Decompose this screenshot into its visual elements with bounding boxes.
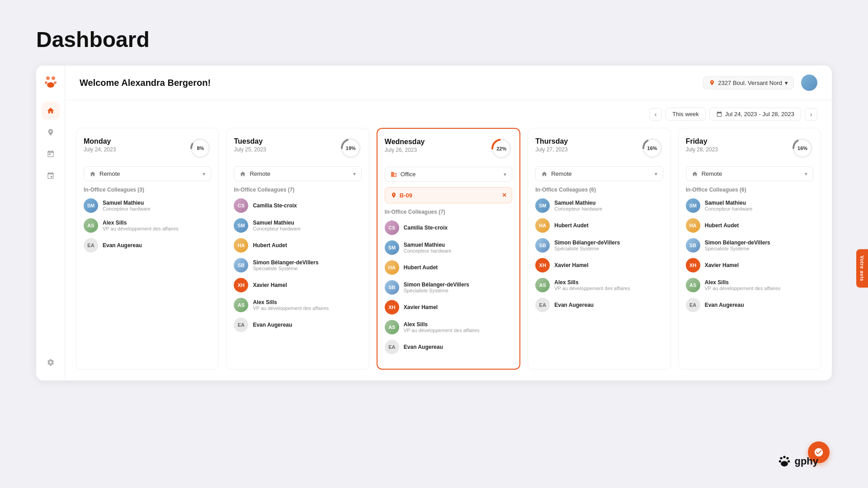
- colleague-item: EA Evan Augereau: [234, 318, 361, 332]
- sidebar-item-location[interactable]: [42, 123, 60, 141]
- day-date: July 25, 2023: [234, 146, 266, 153]
- votre-avis-badge[interactable]: Votre avis: [856, 249, 868, 288]
- colleague-item: HA Hubert Audet: [234, 238, 361, 253]
- colleague-item: HA Hubert Audet: [535, 218, 663, 233]
- svg-point-3: [54, 81, 57, 84]
- colleague-name: Camilia Ste-croix: [253, 202, 361, 209]
- colleague-name: Evan Augereau: [404, 344, 512, 350]
- colleague-role: Spécialiste Système: [554, 246, 663, 251]
- colleague-avatar: EA: [686, 298, 700, 312]
- location-badge[interactable]: 2327 Boul. Versant Nord ▾: [703, 76, 794, 89]
- colleague-name: Evan Augereau: [103, 242, 211, 249]
- colleague-name: Simon Bélanger-deVillers: [705, 239, 813, 246]
- colleague-name: Xavier Hamel: [554, 262, 663, 268]
- colleague-info: Simon Bélanger-deVillers Spécialiste Sys…: [404, 282, 512, 293]
- colleague-role: Spécialiste Système: [705, 246, 813, 251]
- colleague-role: VP au développement des affaires: [554, 286, 663, 291]
- location-selector[interactable]: Remote ▾: [535, 166, 663, 181]
- colleague-item: XH Xavier Hamel: [686, 258, 813, 272]
- colleagues-title: In-Office Colleagues (7): [385, 209, 512, 215]
- sidebar-item-calendar2[interactable]: [42, 167, 60, 185]
- day-header: Wednesday July 26, 2023 22%: [385, 138, 512, 160]
- day-header: Friday July 28, 2023 16%: [686, 137, 813, 159]
- colleagues-list: CS Camilia Ste-croix SM Samuel Mathieu C…: [385, 221, 512, 354]
- colleague-item: AS Alex Sills VP au développement des af…: [686, 278, 813, 292]
- colleague-info: Hubert Audet: [404, 264, 512, 271]
- colleague-avatar: EA: [84, 238, 98, 253]
- colleague-name: Alex Sills: [705, 279, 813, 286]
- location-select-inner: Office: [391, 171, 416, 178]
- colleague-role: Concepteur hardware: [554, 206, 663, 211]
- day-info: Monday July 24, 2023: [84, 137, 116, 153]
- location-selector[interactable]: Remote ▾: [84, 166, 211, 181]
- gphy-branding: gphy: [778, 455, 818, 468]
- chevron-down-icon: ▾: [805, 171, 807, 177]
- svg-point-15: [780, 457, 783, 459]
- colleague-avatar: XH: [234, 278, 248, 292]
- colleagues-list: SM Samuel Mathieu Concepteur hardware AS…: [84, 198, 211, 253]
- colleague-role: Spécialiste Système: [404, 288, 512, 293]
- location-label: Office: [401, 171, 416, 178]
- day-progress-circle: 19%: [340, 137, 362, 159]
- location-pin-icon: [709, 80, 715, 86]
- location-text: 2327 Boul. Versant Nord: [718, 80, 782, 86]
- welcome-message: Welcome Alexandra Bergeron!: [80, 78, 211, 88]
- colleague-item: AS Alex Sills VP au développement des af…: [84, 218, 211, 233]
- colleagues-list: CS Camilia Ste-croix SM Samuel Mathieu C…: [234, 198, 361, 332]
- date-range-button[interactable]: Jul 24, 2023 - Jul 28, 2023: [709, 108, 801, 121]
- location-selector[interactable]: Remote ▾: [234, 166, 361, 181]
- svg-point-0: [46, 76, 50, 80]
- colleague-name: Hubert Audet: [404, 264, 512, 271]
- colleague-name: Samuel Mathieu: [554, 200, 663, 206]
- location-selector[interactable]: Remote ▾: [686, 166, 813, 181]
- colleague-avatar: EA: [385, 340, 399, 354]
- this-week-button[interactable]: This week: [665, 108, 706, 121]
- day-date: July 26, 2023: [385, 147, 425, 153]
- location-select-inner: Remote: [90, 170, 120, 177]
- home-icon: [692, 171, 698, 177]
- colleague-name: Alex Sills: [253, 299, 361, 305]
- colleague-item: SB Simon Bélanger-deVillers Spécialiste …: [234, 258, 361, 272]
- room-close-button[interactable]: ×: [502, 191, 506, 199]
- colleague-role: VP au développement des affaires: [404, 328, 512, 333]
- colleague-avatar: HA: [385, 260, 399, 275]
- colleague-info: Xavier Hamel: [705, 262, 813, 268]
- colleague-avatar: SB: [686, 238, 700, 253]
- colleague-item: EA Evan Augereau: [535, 298, 663, 312]
- colleague-role: VP au développement des affaires: [705, 286, 813, 291]
- header: Welcome Alexandra Bergeron! 2327 Boul. V…: [65, 66, 832, 100]
- prev-week-button[interactable]: ‹: [649, 108, 662, 121]
- main-content: Welcome Alexandra Bergeron! 2327 Boul. V…: [65, 66, 832, 380]
- colleague-item: XH Xavier Hamel: [385, 300, 512, 314]
- colleague-avatar: SM: [535, 198, 550, 213]
- day-name: Wednesday: [385, 138, 425, 146]
- sidebar-item-calendar1[interactable]: [42, 145, 60, 163]
- next-week-button[interactable]: ›: [805, 108, 817, 121]
- colleague-info: Xavier Hamel: [404, 304, 512, 310]
- colleague-item: AS Alex Sills VP au développement des af…: [385, 320, 512, 334]
- colleague-info: Evan Augereau: [554, 302, 663, 308]
- colleague-avatar: SB: [385, 280, 399, 295]
- colleague-name: Camilia Ste-croix: [404, 225, 512, 231]
- day-date: July 28, 2023: [686, 146, 718, 153]
- location-selector[interactable]: Office ▾: [385, 167, 512, 182]
- sidebar-item-home[interactable]: [42, 102, 60, 120]
- colleague-avatar: AS: [385, 320, 399, 334]
- colleague-item: SM Samuel Mathieu Concepteur hardware: [535, 198, 663, 213]
- colleague-info: Evan Augereau: [103, 242, 211, 249]
- day-name: Monday: [84, 137, 116, 145]
- day-progress-circle: 8%: [189, 137, 211, 159]
- colleague-info: Samuel Mathieu Concepteur hardware: [554, 200, 663, 211]
- colleague-name: Evan Augereau: [705, 302, 813, 308]
- colleague-avatar: HA: [234, 238, 248, 253]
- page-title: Dashboard: [0, 0, 868, 66]
- app-logo: [43, 75, 58, 91]
- colleague-name: Samuel Mathieu: [705, 200, 813, 206]
- day-progress-circle: 22%: [491, 138, 512, 160]
- colleague-item: HA Hubert Audet: [385, 260, 512, 275]
- colleague-avatar: SM: [234, 218, 248, 233]
- sidebar-item-settings[interactable]: [42, 353, 60, 371]
- user-avatar[interactable]: [801, 75, 817, 91]
- colleague-name: Alex Sills: [404, 321, 512, 328]
- colleague-role: VP au développement des affaires: [103, 226, 211, 231]
